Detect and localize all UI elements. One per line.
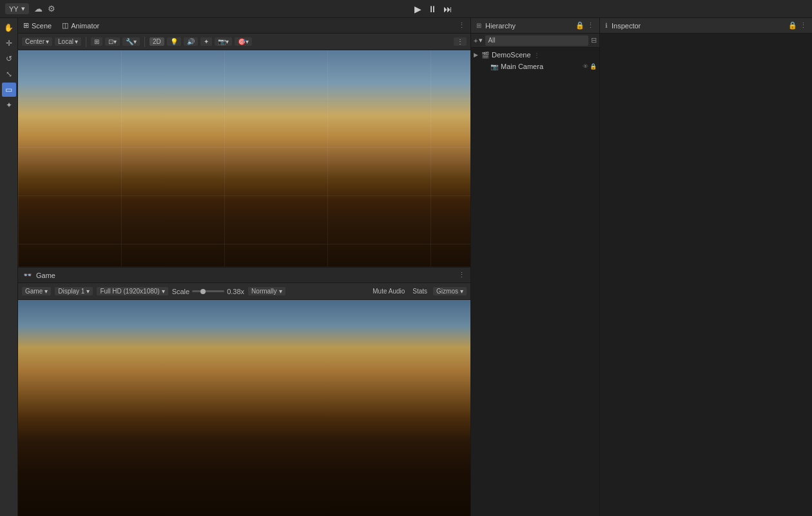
game-tab-label[interactable]: Game [36,272,55,279]
scene-tab-icon: ⊞ [23,21,29,30]
game-view-dropdown[interactable]: Game ▾ [22,287,51,295]
scale-control: Scale 0.38x [172,288,244,295]
settings-icon[interactable]: ⚙ [48,4,55,14]
demoscene-arrow: ▶ [474,52,480,58]
grid-snap-btn[interactable]: ⊞ [91,37,102,46]
hierarchy-icon: ⊞ [476,22,481,29]
scene-tab[interactable]: ⊞ Scene [23,21,52,30]
local-dropdown[interactable]: Local ▾ [55,37,81,46]
pause-button[interactable]: ⏸ [428,4,437,14]
scale-slider[interactable] [192,290,224,292]
maincamera-icon: 📷 [490,63,498,70]
inspector-menu-icon[interactable]: ⋮ [800,21,807,30]
gizmos-toggle[interactable]: 🔧▾ [122,37,140,46]
user-account[interactable]: YY ▾ [5,3,29,14]
effects-toggle[interactable]: ✦ [200,37,212,46]
add-arrow: ▾ [479,36,483,45]
toolbar-separator-2 [144,37,145,47]
scale-slider-thumb[interactable] [200,289,206,294]
inspector-lock-icon[interactable]: 🔒 [788,21,797,30]
add-icon: + [474,37,478,45]
dropdown-arrow: ▾ [21,5,25,13]
resolution-dropdown[interactable]: Full HD (1920x1080) ▾ [97,287,168,295]
scene-grid-overlay [18,50,470,266]
inspector-body [600,34,812,516]
game-background [18,300,470,516]
lighting-toggle[interactable]: 💡 [167,37,181,46]
hierarchy-lock-icon[interactable]: 🔒 [575,21,585,30]
hierarchy-tree: ▶ 🎬 DemoScene ⋮ ▶ 📷 Main Camera 👁 🔒 [471,48,599,516]
hierarchy-menu-icon[interactable]: ⋮ [587,21,594,30]
scale-value: 0.38x [227,288,244,295]
scene-header-menu[interactable]: ⋮ [458,21,465,30]
hierarchy-item-demoscene[interactable]: ▶ 🎬 DemoScene ⋮ [471,49,599,61]
animator-tab[interactable]: ◫ Animator [62,21,99,30]
gizmos-dropdown[interactable]: Gizmos ▾ [433,287,467,295]
scene-panel: ⊞ Scene ◫ Animator ⋮ Center ▾ Local ▾ [18,18,470,268]
step-button[interactable]: ⏭ [443,4,452,14]
scene-options-menu[interactable]: ⋮ [454,37,467,46]
inspector-header-icons: 🔒 ⋮ [788,21,807,30]
animator-tab-icon: ◫ [62,21,68,30]
maincamera-vis: 👁 🔒 [583,63,597,70]
center-dropdown[interactable]: Center ▾ [22,37,52,46]
demoscene-icon: 🎬 [481,52,489,59]
scene-panel-header: ⊞ Scene ◫ Animator ⋮ [18,18,470,34]
hierarchy-header-icons: 🔒 ⋮ [575,21,594,30]
game-toolbar: Game ▾ Display 1 ▾ Full HD (1920x1080) ▾… [18,283,470,300]
camera-overlay[interactable]: 📷▾ [215,37,232,46]
tool-rect[interactable]: ▭ [2,83,16,97]
normally-dropdown[interactable]: Normally ▾ [248,287,285,295]
hierarchy-add-button[interactable]: + ▾ [474,36,483,45]
mute-audio-button[interactable]: Mute Audio [371,287,407,295]
demoscene-menu[interactable]: ⋮ [534,52,540,59]
visibility-eye-icon[interactable]: 👁 [583,63,588,70]
demoscene-label: DemoScene [492,51,531,59]
maincamera-label: Main Camera [501,63,543,70]
hierarchy-item-maincamera[interactable]: ▶ 📷 Main Camera 👁 🔒 [471,61,599,72]
hierarchy-grid-icon[interactable]: ⊟ [591,36,597,45]
grid-settings-btn[interactable]: ⊡▾ [105,37,120,46]
playback-controls: ▶ ⏸ ⏭ [414,4,452,14]
scene-tab-label: Scene [32,22,52,30]
tool-transform[interactable]: ✦ [2,98,16,112]
tool-scale[interactable]: ⤡ [2,67,16,81]
game-right-buttons: Mute Audio Stats Gizmos ▾ [371,287,467,295]
hierarchy-title: Hierarchy [485,22,572,30]
game-panel-header: 👓 Game ⋮ [18,268,470,283]
cloud-icon[interactable]: ☁ [34,4,43,14]
toolbar-separator-1 [86,37,86,47]
scene-toolbar: Center ▾ Local ▾ ⊞ ⊡▾ 🔧▾ 2D 💡 🔊 ✦ 📷▾ 🎯▾ [18,34,470,50]
right-panels: ⊞ Hierarchy 🔒 ⋮ + ▾ ⊟ [470,18,812,516]
game-panel: 👓 Game ⋮ Game ▾ Display 1 ▾ Full HD (192… [18,268,470,516]
game-viewport[interactable] [18,300,470,516]
inspector-title: Inspector [612,22,784,30]
display-dropdown[interactable]: Display 1 ▾ [55,287,93,295]
tool-move[interactable]: ✛ [2,36,16,50]
right-split: ⊞ Hierarchy 🔒 ⋮ + ▾ ⊟ [471,18,812,516]
inspector-panel-icon: ℹ [605,22,608,29]
left-toolbar: ✋ ✛ ↺ ⤡ ▭ ✦ [0,18,18,516]
hierarchy-toolbar: + ▾ ⊟ [471,34,599,48]
game-tab-icon: 👓 [23,271,32,279]
hierarchy-search-input[interactable] [485,35,588,46]
animator-tab-label: Animator [71,22,99,30]
hierarchy-header: ⊞ Hierarchy 🔒 ⋮ [471,18,599,34]
top-bar: YY ▾ ☁ ⚙ ▶ ⏸ ⏭ [0,0,812,18]
inspector-section: ℹ Inspector 🔒 ⋮ [600,18,812,516]
2d-toggle[interactable]: 2D [150,37,164,46]
game-header-menu[interactable]: ⋮ [458,271,465,279]
scale-label: Scale [172,288,190,295]
scene-gizmos[interactable]: 🎯▾ [235,37,252,46]
hierarchy-section: ⊞ Hierarchy 🔒 ⋮ + ▾ ⊟ [471,18,600,516]
scene-viewport[interactable] [18,50,470,266]
tool-rotate[interactable]: ↺ [2,52,16,66]
main-area: ✋ ✛ ↺ ⤡ ▭ ✦ ⊞ Scene ◫ Animator ⋮ [0,18,812,516]
audio-toggle[interactable]: 🔊 [184,37,198,46]
visibility-lock-icon[interactable]: 🔒 [590,63,597,70]
stats-button[interactable]: Stats [411,287,429,295]
play-button[interactable]: ▶ [414,4,421,14]
scene-game-area: ⊞ Scene ◫ Animator ⋮ Center ▾ Local ▾ [18,18,470,516]
tool-hand[interactable]: ✋ [2,21,16,35]
user-label: YY [9,5,19,13]
